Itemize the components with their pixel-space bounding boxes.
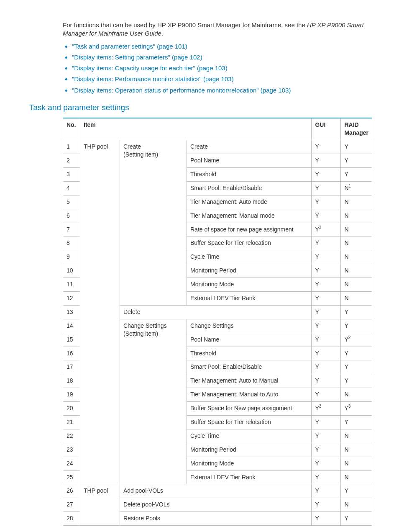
- cell-no: 2: [63, 154, 80, 168]
- cell-gui: Y: [312, 374, 341, 388]
- cell-item-sub: Restore Pools: [120, 512, 312, 526]
- cell-gui: Y: [312, 457, 341, 470]
- cell-item-detail: Rate of space for new page assignment: [187, 223, 312, 236]
- cell-gui: Y: [312, 250, 341, 264]
- cell-no: 9: [63, 250, 80, 264]
- intro-text-1: For functions that can be used by HP XP …: [63, 21, 307, 28]
- cell-gui: Y: [312, 360, 341, 374]
- cell-item-sub: Delete: [120, 305, 312, 319]
- cell-raid: Y: [341, 415, 372, 429]
- cell-item-detail: Tier Management: Auto mode: [187, 195, 312, 209]
- cell-gui: Y: [312, 388, 341, 402]
- cell-item-detail: Threshold: [187, 347, 312, 360]
- cell-gui: Y: [312, 181, 341, 195]
- cell-gui: Y: [312, 319, 341, 333]
- cell-gui: Y: [312, 443, 341, 457]
- cell-gui: Y: [312, 154, 341, 168]
- cell-raid: Y: [341, 154, 372, 168]
- cell-item-detail: Change Settings: [187, 319, 312, 333]
- cell-raid: Y: [341, 374, 372, 388]
- cell-raid: N: [341, 264, 372, 278]
- cell-raid: N: [341, 223, 372, 236]
- cell-raid: Y: [341, 484, 372, 498]
- cell-item-detail: Tier Management: Manual mode: [187, 209, 312, 223]
- cell-raid: Y: [341, 360, 372, 374]
- cell-no: 5: [63, 195, 80, 209]
- cell-raid: N: [341, 388, 372, 402]
- cell-raid: N1: [341, 181, 372, 195]
- cell-gui: Y: [312, 278, 341, 292]
- toc-item[interactable]: "Display items: Performance monitor stat…: [72, 75, 370, 83]
- cell-item-detail: Buffer Space for Tier relocation: [187, 236, 312, 250]
- toc-item[interactable]: "Display items: Capacity usage for each …: [72, 64, 370, 72]
- cell-gui: Y: [312, 512, 341, 526]
- cell-no: 11: [63, 278, 80, 292]
- cell-no: 19: [63, 388, 80, 402]
- cell-raid: N: [341, 498, 372, 512]
- cell-item-sub: Delete pool-VOLs: [120, 498, 312, 512]
- cell-item-detail: Create: [187, 140, 312, 154]
- cell-gui: Y: [312, 347, 341, 360]
- cell-no: 14: [63, 319, 80, 333]
- cell-item-group: THP pool: [80, 140, 120, 484]
- cell-no: 22: [63, 429, 80, 443]
- cell-no: 7: [63, 223, 80, 236]
- cell-item-detail: Monitoring Mode: [187, 278, 312, 292]
- table-row: 26THP poolAdd pool-VOLsYY: [63, 484, 372, 498]
- cell-item-detail: External LDEV Tier Rank: [187, 291, 312, 305]
- cell-raid: Y3: [341, 402, 372, 416]
- toc-item[interactable]: "Task and parameter settings" (page 101): [72, 42, 370, 51]
- cell-item-detail: Smart Pool: Enable/Disable: [187, 181, 312, 195]
- cell-item-detail: Pool Name: [187, 333, 312, 347]
- cell-item-detail: Tier Management: Manual to Auto: [187, 388, 312, 402]
- toc-item[interactable]: "Display items: Setting parameters" (pag…: [72, 53, 370, 62]
- cell-item-detail: Monitoring Period: [187, 264, 312, 278]
- cell-item-detail: Cycle Time: [187, 429, 312, 443]
- cell-gui: Y: [312, 333, 341, 347]
- cell-raid: Y: [341, 167, 372, 181]
- cell-item-detail: Threshold: [187, 167, 312, 181]
- cell-no: 12: [63, 291, 80, 305]
- cell-gui: Y: [312, 264, 341, 278]
- cell-raid: N: [341, 278, 372, 292]
- cell-item-detail: Pool Name: [187, 154, 312, 168]
- cell-gui: Y: [312, 167, 341, 181]
- cell-no: 17: [63, 360, 80, 374]
- cell-gui: Y: [312, 415, 341, 429]
- settings-table: No. Item GUI RAID Manager 1THP poolCreat…: [63, 118, 372, 526]
- cell-no: 4: [63, 181, 80, 195]
- cell-no: 16: [63, 347, 80, 360]
- cell-gui: Y: [312, 140, 341, 154]
- cell-raid: N: [341, 209, 372, 223]
- cell-no: 23: [63, 443, 80, 457]
- cell-gui: Y: [312, 484, 341, 498]
- cell-gui: Y: [312, 470, 341, 484]
- cell-raid: Y2: [341, 333, 372, 347]
- cell-gui: Y: [312, 291, 341, 305]
- cell-no: 10: [63, 264, 80, 278]
- cell-item-detail: Buffer Space for Tier relocation: [187, 415, 312, 429]
- cell-item-detail: External LDEV Tier Rank: [187, 470, 312, 484]
- cell-raid: N: [341, 457, 372, 470]
- cell-raid: N: [341, 443, 372, 457]
- cell-no: 26: [63, 484, 80, 498]
- cell-item-detail: Cycle Time: [187, 250, 312, 264]
- cell-raid: N: [341, 250, 372, 264]
- intro-paragraph: For functions that can be used by HP XP …: [63, 21, 370, 38]
- cell-no: 3: [63, 167, 80, 181]
- intro-text-2: .: [161, 30, 163, 37]
- toc-list: "Task and parameter settings" (page 101)…: [63, 42, 370, 95]
- cell-item-detail: Monitoring Period: [187, 443, 312, 457]
- table-header-row: No. Item GUI RAID Manager: [63, 118, 372, 140]
- cell-no: 24: [63, 457, 80, 470]
- cell-no: 15: [63, 333, 80, 347]
- cell-item-sub: Change Settings(Setting item): [120, 319, 187, 484]
- cell-raid: N: [341, 429, 372, 443]
- cell-gui: Y: [312, 429, 341, 443]
- cell-item-sub: Create(Setting item): [120, 140, 187, 306]
- cell-no: 18: [63, 374, 80, 388]
- cell-raid: Y: [341, 347, 372, 360]
- cell-gui: Y: [312, 305, 341, 319]
- cell-no: 13: [63, 305, 80, 319]
- toc-item[interactable]: "Display items: Operation status of perf…: [72, 86, 370, 95]
